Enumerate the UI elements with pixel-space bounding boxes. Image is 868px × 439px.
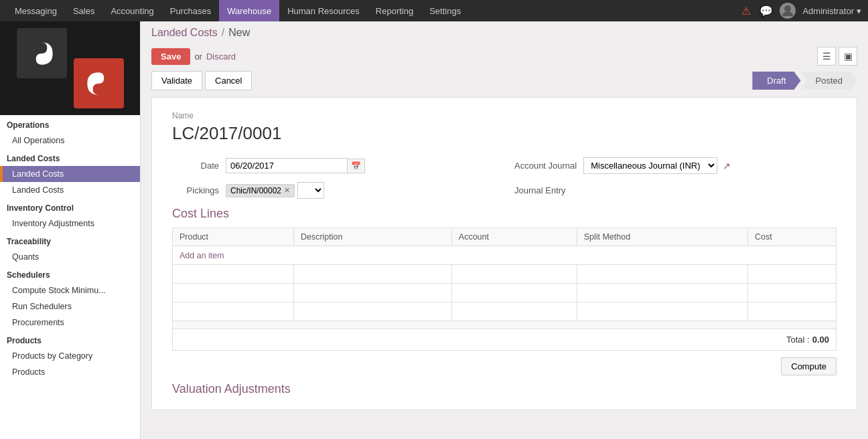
- sidebar-section-traceability[interactable]: Traceability: [0, 232, 140, 249]
- chat-icon[interactable]: 💬: [760, 4, 773, 17]
- nav-purchases[interactable]: Purchases: [162, 0, 219, 21]
- nav-sales[interactable]: Sales: [65, 0, 103, 21]
- top-navbar: Messaging Sales Accounting Purchases War…: [0, 0, 868, 21]
- cancel-button[interactable]: Cancel: [205, 71, 252, 90]
- date-input[interactable]: [226, 158, 348, 173]
- col-account: Account: [451, 228, 577, 246]
- name-label: Name: [172, 111, 837, 120]
- status-step-posted[interactable]: Posted: [801, 72, 857, 90]
- form-row-pickings: Pickings Chic/IN/00002 ✕ Journa: [172, 182, 837, 199]
- breadcrumb: Landed Costs / New: [141, 21, 868, 44]
- col-product: Product: [173, 228, 294, 246]
- sidebar-item-compute-stock[interactable]: Compute Stock Minimu...: [0, 282, 140, 298]
- picking-select[interactable]: [297, 182, 324, 199]
- add-item-cell: Add an item: [173, 246, 837, 265]
- status-steps: Draft Posted: [752, 72, 857, 90]
- sidebar-item-procurements[interactable]: Procurements: [0, 315, 140, 331]
- sidebar-item-products[interactable]: Products: [0, 364, 140, 380]
- discard-button[interactable]: Discard: [206, 52, 236, 62]
- table-row-empty-2: [173, 284, 837, 302]
- chevron-down-icon: ▾: [857, 6, 861, 16]
- form-scroll: Name LC/2017/0001 Date 📅 Account Journal: [141, 94, 868, 439]
- form-title: LC/2017/0001: [172, 123, 837, 144]
- cost-lines-table: Product Description Account Split Method…: [172, 228, 837, 321]
- nav-reporting[interactable]: Reporting: [368, 0, 421, 21]
- svg-point-0: [784, 5, 791, 12]
- journal-field-group: Miscellaneous Journal (INR) ↗: [583, 157, 731, 174]
- table-row-add: Add an item: [173, 246, 837, 265]
- nav-settings[interactable]: Settings: [421, 0, 469, 21]
- sidebar-item-products-by-category[interactable]: Products by Category: [0, 348, 140, 364]
- pickings-field: Pickings Chic/IN/00002 ✕: [172, 182, 494, 199]
- sidebar-section-products[interactable]: Products: [0, 331, 140, 348]
- sidebar-item-landed-costs-active[interactable]: Landed Costs: [0, 166, 140, 182]
- nav-hr[interactable]: Human Resources: [279, 0, 368, 21]
- sidebar-item-landed-costs-2[interactable]: Landed Costs: [0, 182, 140, 198]
- sidebar: Operations All Operations Landed Costs L…: [0, 21, 141, 439]
- logo-top-left: [17, 28, 67, 78]
- list-view-icon[interactable]: ☰: [817, 47, 836, 66]
- alert-icon[interactable]: ⚠: [739, 4, 753, 17]
- avatar: [780, 3, 796, 19]
- external-link-icon[interactable]: ↗: [723, 161, 731, 171]
- table-scrollbar[interactable]: [172, 321, 837, 329]
- sidebar-item-inventory-adjustments[interactable]: Inventory Adjustments: [0, 215, 140, 232]
- calendar-icon[interactable]: 📅: [348, 159, 365, 173]
- cost-lines-title: Cost Lines: [172, 207, 837, 221]
- nav-accounting[interactable]: Accounting: [102, 0, 161, 21]
- sidebar-item-all-operations[interactable]: All Operations: [0, 133, 140, 149]
- sidebar-item-run-schedulers[interactable]: Run Schedulers: [0, 298, 140, 315]
- journal-entry-field: Journal Entry: [514, 185, 837, 195]
- table-row-empty-1: [173, 265, 837, 284]
- journal-entry-label: Journal Entry: [514, 185, 566, 195]
- date-field: Date 📅: [172, 158, 494, 173]
- col-split-method: Split Method: [577, 228, 747, 246]
- breadcrumb-separator: /: [222, 27, 224, 39]
- picking-field-group: Chic/IN/00002 ✕: [226, 182, 324, 199]
- total-value: 0.00: [812, 335, 829, 345]
- date-input-group: 📅: [226, 158, 365, 173]
- total-label: Total :: [786, 335, 810, 345]
- total-row: Total : 0.00: [172, 329, 837, 351]
- nav-messaging[interactable]: Messaging: [7, 0, 65, 21]
- breadcrumb-current: New: [228, 27, 250, 39]
- sidebar-section-landed-costs[interactable]: Landed Costs: [0, 149, 140, 166]
- logo-graphic: [17, 28, 124, 108]
- toolbar-or: or: [194, 52, 202, 62]
- breadcrumb-parent[interactable]: Landed Costs: [151, 27, 218, 39]
- picking-tag: Chic/IN/00002 ✕: [226, 184, 295, 197]
- picking-tag-value: Chic/IN/00002: [230, 186, 281, 195]
- status-step-draft[interactable]: Draft: [752, 72, 800, 90]
- content-area: Landed Costs / New Save or Discard ☰ ▣ V…: [141, 21, 868, 439]
- table-row-empty-3: [173, 302, 837, 321]
- sidebar-item-quants[interactable]: Quants: [0, 249, 140, 265]
- view-icons: ☰ ▣: [817, 47, 857, 66]
- sidebar-section-schedulers[interactable]: Schedulers: [0, 265, 140, 282]
- nav-menu: Messaging Sales Accounting Purchases War…: [7, 0, 739, 21]
- col-cost: Cost: [748, 228, 837, 246]
- status-bar: Validate Cancel Draft Posted: [141, 70, 868, 94]
- validate-button[interactable]: Validate: [151, 71, 202, 90]
- sidebar-section-operations[interactable]: Operations: [0, 115, 140, 133]
- save-button[interactable]: Save: [151, 48, 190, 65]
- form-card: Name LC/2017/0001 Date 📅 Account Journal: [151, 97, 857, 410]
- compute-btn-row: Compute: [172, 357, 837, 375]
- sidebar-section-inventory-control[interactable]: Inventory Control: [0, 198, 140, 215]
- logo-bottom-right: [74, 58, 124, 108]
- picking-remove-icon[interactable]: ✕: [284, 186, 290, 195]
- compute-button[interactable]: Compute: [781, 357, 837, 375]
- col-description: Description: [293, 228, 451, 246]
- pickings-label: Pickings: [172, 185, 219, 195]
- date-label: Date: [172, 161, 219, 171]
- toolbar: Save or Discard ☰ ▣: [141, 44, 868, 70]
- nav-warehouse[interactable]: Warehouse: [219, 0, 279, 21]
- journal-select[interactable]: Miscellaneous Journal (INR): [583, 157, 717, 174]
- table-header-row: Product Description Account Split Method…: [173, 228, 837, 246]
- kanban-view-icon[interactable]: ▣: [839, 47, 857, 66]
- main-layout: Operations All Operations Landed Costs L…: [0, 21, 868, 439]
- form-row-date: Date 📅 Account Journal Miscellaneous Jou…: [172, 157, 837, 174]
- add-item-link[interactable]: Add an item: [179, 251, 224, 260]
- valuation-adjustments-title: Valuation Adjustments: [172, 382, 837, 396]
- account-journal-field: Account Journal Miscellaneous Journal (I…: [514, 157, 837, 174]
- user-menu[interactable]: Administrator ▾: [802, 6, 861, 16]
